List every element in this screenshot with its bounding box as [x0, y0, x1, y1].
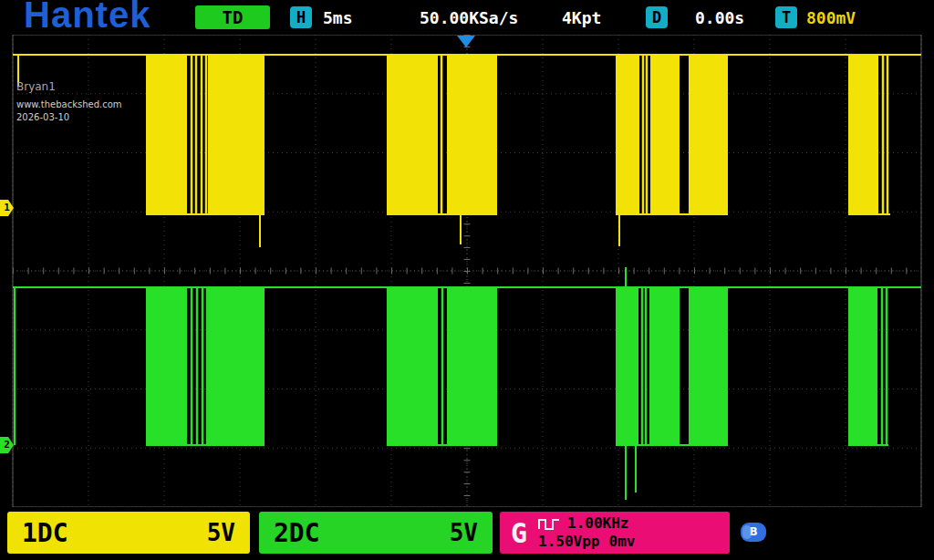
channel1-level-marker[interactable]: 1 — [0, 200, 14, 216]
channel1-settings-box[interactable]: 1DC 5V — [7, 512, 250, 554]
generator-frequency: 1.00KHz — [567, 514, 628, 533]
memory-depth-readout: 4Kpt — [562, 8, 601, 27]
annotation-url: www.thebackshed.com — [16, 99, 122, 109]
trigger-level-readout: 800mV — [806, 8, 856, 27]
user-annotation: Bryan1 www.thebackshed.com 2026-03-10 — [16, 80, 122, 122]
trigger-status-badge: TD — [195, 5, 270, 29]
square-wave-icon — [538, 518, 560, 530]
trigger-position-marker[interactable] — [457, 36, 475, 47]
channel2-settings-box[interactable]: 2DC 5V — [259, 512, 493, 554]
sample-rate-readout: 50.00KSa/s — [420, 8, 518, 27]
channel1-coupling-label: 1DC — [22, 518, 68, 548]
delay-icon: D — [646, 6, 668, 28]
generator-amplitude: 1.50Vpp — [538, 533, 599, 551]
signal-generator-box[interactable]: G 1.00KHz 1.50Vpp 0mv — [500, 512, 730, 554]
waveform-canvas — [0, 35, 934, 507]
timebase-readout: 5ms — [323, 8, 353, 27]
oscilloscope-screen: Hantek TD H 5ms 50.00KSa/s 4Kpt D 0.00s … — [0, 0, 934, 560]
generator-label: G — [511, 517, 527, 549]
b-status-icon: B — [741, 523, 766, 542]
delay-readout: 0.00s — [695, 8, 744, 27]
channel2-scale: 5V — [450, 519, 478, 546]
bottom-status-bar: 1DC 5V 2DC 5V G 1.00KHz 1.50Vpp 0mv — [0, 507, 934, 560]
horizontal-icon: H — [290, 6, 312, 28]
annotation-name: Bryan1 — [16, 80, 122, 93]
waveform-display: Bryan1 www.thebackshed.com 2026-03-10 1 … — [0, 35, 934, 507]
generator-offset: 0mv — [609, 533, 636, 551]
channel2-coupling-label: 2DC — [274, 518, 320, 548]
annotation-date: 2026-03-10 — [16, 112, 122, 122]
traces — [13, 55, 921, 500]
hantek-logo: Hantek — [24, 0, 150, 36]
generator-info: 1.00KHz 1.50Vpp 0mv — [538, 514, 635, 551]
graticule — [13, 35, 921, 507]
channel1-scale: 5V — [207, 519, 235, 546]
channel2-level-marker[interactable]: 2 — [0, 437, 14, 453]
trigger-icon: T — [775, 6, 797, 28]
top-status-bar: Hantek TD H 5ms 50.00KSa/s 4Kpt D 0.00s … — [0, 0, 934, 35]
